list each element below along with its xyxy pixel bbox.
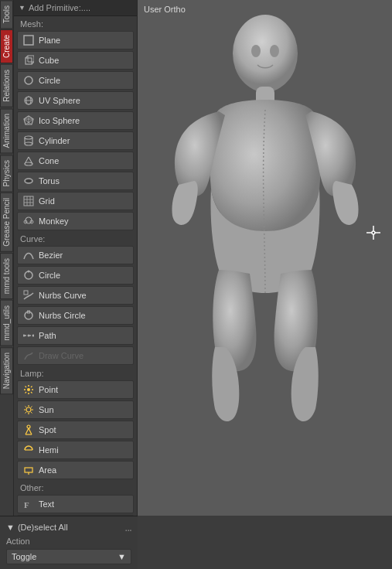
- dropdown-arrow-icon: ▼: [118, 552, 126, 561]
- svg-point-71: [270, 45, 279, 57]
- btn-cylinder[interactable]: Cylinder: [17, 131, 134, 150]
- btn-monkey[interactable]: Monkey: [17, 212, 134, 230]
- action-dropdown[interactable]: Toggle ▼: [6, 549, 131, 564]
- btn-text[interactable]: F Text: [17, 495, 134, 513]
- tab-relations[interactable]: Relations: [0, 64, 13, 107]
- spot-icon: [22, 424, 35, 436]
- hemi-icon: [22, 444, 35, 456]
- svg-point-36: [28, 335, 30, 337]
- panel-title: Add Primitive:....: [29, 3, 90, 12]
- grid-icon: [22, 195, 35, 207]
- text-icon: F: [22, 498, 35, 510]
- circle-icon: [22, 74, 35, 87]
- torus-icon: [22, 175, 35, 187]
- svg-point-21: [27, 180, 31, 182]
- btn-spot[interactable]: Spot: [17, 421, 134, 439]
- tab-mmd-utils[interactable]: mmd_utils: [0, 300, 13, 346]
- curve-circle-icon: [22, 269, 35, 281]
- btn-bezier[interactable]: Bezier: [17, 246, 134, 264]
- svg-point-76: [372, 231, 375, 234]
- svg-point-37: [32, 335, 35, 337]
- tab-physics[interactable]: Physics: [0, 155, 13, 192]
- btn-point[interactable]: Point: [17, 380, 134, 399]
- btn-nurbs-circle-label: Nurbs Circle: [39, 311, 86, 320]
- tab-mmd-tools[interactable]: mmd tools: [0, 253, 13, 299]
- svg-point-4: [25, 77, 32, 84]
- mesh-label: Mesh:: [14, 16, 137, 30]
- svg-point-68: [233, 15, 298, 92]
- svg-line-46: [26, 392, 27, 394]
- btn-icosphere[interactable]: Ico Sphere: [17, 111, 134, 130]
- btn-path[interactable]: Path: [17, 326, 134, 345]
- svg-point-13: [25, 136, 32, 139]
- svg-line-52: [26, 407, 27, 408]
- btn-cube[interactable]: Cube: [17, 51, 134, 70]
- btn-nurbs-curve[interactable]: Nurbs Curve: [17, 286, 134, 305]
- deselect-dots: ...: [124, 521, 131, 533]
- panel-header: ▼ Add Primitive:....: [14, 0, 137, 16]
- tab-animation[interactable]: Animation: [0, 108, 13, 153]
- btn-monkey-label: Monkey: [39, 216, 69, 226]
- svg-line-44: [31, 392, 32, 394]
- curve-label: Curve:: [14, 231, 137, 245]
- btn-sun-label: Sun: [39, 405, 54, 414]
- btn-uvsphere[interactable]: UV Sphere: [17, 91, 134, 110]
- other-label: Other:: [14, 480, 137, 494]
- btn-spot-label: Spot: [39, 425, 56, 434]
- btn-curve-circle[interactable]: Circle: [17, 266, 134, 284]
- svg-line-58: [29, 428, 32, 434]
- svg-point-70: [251, 45, 261, 57]
- svg-point-56: [27, 425, 30, 428]
- btn-plane[interactable]: Plane: [17, 31, 134, 49]
- area-icon: [22, 464, 35, 476]
- crosshair: [365, 224, 380, 240]
- btn-nurbs-curve-label: Nurbs Curve: [39, 291, 87, 300]
- btn-hemi[interactable]: Hemi: [17, 441, 134, 459]
- btn-cube-label: Cube: [39, 56, 59, 65]
- point-icon: [22, 383, 35, 396]
- model-container: [138, 0, 392, 516]
- btn-cylinder-label: Cylinder: [39, 136, 70, 145]
- btn-draw-curve-label: Draw Curve: [39, 351, 84, 360]
- svg-rect-22: [24, 196, 33, 206]
- btn-nurbs-circle[interactable]: Nurbs Circle: [17, 306, 134, 325]
- btn-cone[interactable]: Cone: [17, 152, 134, 170]
- tab-tools[interactable]: Tools: [0, 0, 13, 29]
- btn-cone-label: Cone: [39, 156, 59, 165]
- svg-rect-32: [24, 291, 28, 295]
- btn-area[interactable]: Area: [17, 461, 134, 479]
- btn-circle[interactable]: Circle: [17, 71, 134, 90]
- lamp-label: Lamp:: [14, 366, 137, 380]
- btn-torus[interactable]: Torus: [17, 172, 134, 190]
- btn-bezier-label: Bezier: [39, 250, 63, 260]
- tab-grease-pencil[interactable]: Grease Pencil: [0, 193, 13, 252]
- side-tabs: Tools Create Relations Animation Physics…: [0, 0, 14, 516]
- deselect-title: (De)select All: [18, 523, 68, 532]
- btn-text-label: Text: [39, 499, 54, 509]
- svg-rect-61: [25, 468, 32, 472]
- svg-line-45: [31, 387, 32, 388]
- svg-rect-0: [24, 36, 33, 45]
- tab-navigation[interactable]: Navigation: [0, 347, 13, 394]
- btn-hemi-label: Hemi: [39, 445, 59, 455]
- btn-draw-curve[interactable]: Draw Curve: [17, 346, 134, 365]
- tab-create[interactable]: Create: [0, 29, 13, 63]
- svg-text:F: F: [24, 500, 29, 509]
- svg-point-38: [27, 388, 30, 391]
- icosphere-icon: [22, 114, 35, 127]
- btn-grid[interactable]: Grid: [17, 192, 134, 210]
- panel-triangle: ▼: [19, 4, 26, 12]
- btn-grid-label: Grid: [39, 196, 55, 206]
- sun-icon: [22, 404, 35, 416]
- viewport[interactable]: User Ortho: [138, 0, 392, 516]
- svg-point-35: [23, 335, 26, 337]
- svg-line-53: [31, 412, 32, 414]
- btn-plane-label: Plane: [39, 36, 60, 45]
- btn-sun[interactable]: Sun: [17, 400, 134, 419]
- svg-point-47: [26, 407, 31, 412]
- cube-icon: [22, 54, 35, 66]
- svg-point-14: [25, 142, 32, 145]
- action-label: Action: [3, 535, 135, 547]
- draw-curve-icon: [22, 349, 35, 362]
- path-icon: [22, 329, 35, 342]
